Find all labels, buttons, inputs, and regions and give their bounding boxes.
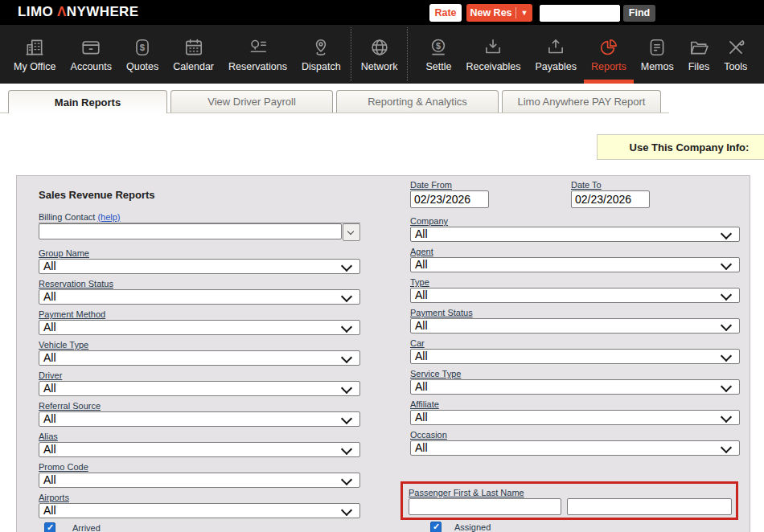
billing-contact-field: Billing Contact (help) (39, 211, 360, 241)
caret-down-icon[interactable]: ▼ (516, 4, 532, 22)
toolbar-item-tools[interactable]: Tools (717, 25, 754, 84)
toolbar-item-network[interactable]: Network (354, 25, 405, 84)
new-res-label: New Res (466, 7, 515, 18)
toolbar-item-accounts[interactable]: Accounts (64, 25, 119, 84)
toolbar-item-calendar[interactable]: Calendar (166, 25, 221, 84)
promo-code-select[interactable]: All (39, 473, 360, 488)
group-name-select[interactable]: All (39, 259, 360, 274)
reservation-status-select[interactable]: All (39, 289, 360, 305)
toolbar-divider (351, 27, 351, 81)
company-select[interactable]: All (410, 227, 740, 242)
select-value: All (415, 227, 428, 241)
billing-contact-input[interactable] (39, 223, 342, 239)
reservation-status-field: Reservation Status All (39, 278, 360, 305)
select-value: All (415, 319, 428, 333)
field-label: Vehicle Type (39, 340, 88, 350)
logo-accent-caret-icon: Λ (57, 4, 67, 19)
payment-method-select[interactable]: All (39, 320, 360, 335)
toolbar-label: Settle (425, 61, 451, 72)
referral-source-select[interactable]: All (39, 411, 360, 427)
toolbar-item-files[interactable]: Files (681, 25, 717, 84)
toolbar-item-my-office[interactable]: My Office (6, 25, 64, 84)
chevron-down-icon (721, 381, 732, 392)
tab-main-reports[interactable]: Main Reports (8, 90, 167, 113)
chevron-down-icon (721, 411, 732, 423)
arrived-checkbox[interactable] (44, 522, 55, 532)
select-value: All (43, 473, 56, 487)
alias-field: Alias All (39, 431, 360, 457)
occasion-field: Occasion All (410, 429, 740, 456)
assigned-checkbox[interactable] (430, 522, 442, 532)
driver-select[interactable]: All (39, 381, 360, 396)
date-range-row: Date From Date To (410, 179, 740, 208)
toolbar-label: Calendar (173, 61, 214, 72)
toolbar-label: My Office (14, 61, 56, 72)
select-value: All (43, 412, 56, 426)
field-label: Group Name (39, 248, 89, 258)
alias-select[interactable]: All (39, 442, 360, 457)
reports-icon (598, 37, 619, 59)
date-from-input[interactable] (410, 190, 489, 208)
company-field: Company All (410, 215, 740, 242)
field-label: Agent (410, 247, 433, 256)
find-button[interactable]: Find (623, 5, 655, 22)
field-label: Company (410, 216, 448, 226)
tab-reporting-analytics[interactable]: Reporting & Analytics (336, 90, 499, 113)
report-tabs: Main Reports View Driver Payroll Reporti… (0, 90, 669, 113)
vehicle-type-select[interactable]: All (39, 350, 360, 366)
field-label: Driver (39, 370, 62, 380)
date-to-input[interactable] (571, 190, 650, 208)
occasion-select[interactable]: All (410, 440, 740, 456)
tab-view-driver-payroll[interactable]: View Driver Payroll (170, 90, 333, 113)
network-icon (369, 37, 390, 59)
field-label: Service Type (410, 369, 461, 379)
toolbar-item-quotes[interactable]: $ Quotes (119, 25, 166, 84)
select-value: All (415, 411, 428, 424)
arrived-label: Arrived (72, 523, 101, 532)
toolbar-item-settle[interactable]: $ Settle (418, 25, 458, 84)
payment-status-select[interactable]: All (410, 318, 740, 334)
agent-select[interactable]: All (410, 257, 740, 272)
affiliate-select[interactable]: All (410, 410, 740, 425)
filters-left-column: Sales Revenue Reports Billing Contact (h… (39, 179, 360, 532)
toolbar-item-receivables[interactable]: Receivables (458, 25, 528, 84)
group-name-field: Group Name All (39, 248, 360, 274)
airports-select[interactable]: All (39, 503, 360, 518)
airports-field: Airports All (39, 492, 360, 518)
filters-right-column: Date From Date To Company All Agent All … (410, 179, 740, 532)
rate-button[interactable]: Rate (429, 4, 462, 22)
select-value: All (43, 504, 56, 518)
new-res-button[interactable]: New Res ▼ (466, 4, 532, 22)
car-select[interactable]: All (410, 349, 740, 364)
select-value: All (415, 289, 428, 302)
payment-status-field: Payment Status All (410, 307, 740, 334)
top-bar: LIMOΛNYWHERE Rate New Res ▼ Find (0, 0, 764, 25)
toolbar-item-dispatch[interactable]: Dispatch (294, 25, 348, 84)
select-value: All (43, 382, 56, 395)
toolbar-label: Payables (536, 61, 577, 72)
field-label: Promo Code (39, 462, 88, 472)
type-select[interactable]: All (410, 288, 740, 303)
passenger-name-label: Passenger First & Last Name (409, 488, 524, 497)
toolbar-item-reports[interactable]: Reports (584, 25, 634, 84)
passenger-first-name-input[interactable] (409, 498, 561, 515)
billing-contact-dropdown-button[interactable] (343, 223, 360, 241)
billing-contact-help-link[interactable]: (help) (97, 212, 120, 222)
service-type-select[interactable]: All (410, 379, 740, 395)
toolbar-item-payables[interactable]: Payables (528, 25, 584, 84)
passenger-last-name-input[interactable] (567, 498, 732, 515)
toolbar-item-reservations[interactable]: Reservations (221, 25, 294, 84)
chevron-down-icon (341, 413, 352, 424)
tab-limo-anywhere-pay-report[interactable]: Limo Anywhere PAY Report (502, 90, 661, 113)
logo-text-anywhere: NYWHERE (67, 4, 139, 19)
select-value: All (415, 258, 428, 272)
date-to-field: Date To (571, 179, 732, 208)
main-toolbar: My Office Accounts $ Quotes Calendar Res… (0, 25, 764, 84)
chevron-down-icon (341, 291, 352, 302)
calendar-icon (183, 37, 204, 59)
use-this-company-info-button[interactable]: Use This Company Info: (597, 134, 764, 160)
assigned-check-row: Assigned (410, 522, 740, 532)
top-search-input[interactable] (540, 5, 620, 22)
toolbar-item-memos[interactable]: Memos (634, 25, 681, 84)
field-label: Airports (39, 493, 69, 502)
